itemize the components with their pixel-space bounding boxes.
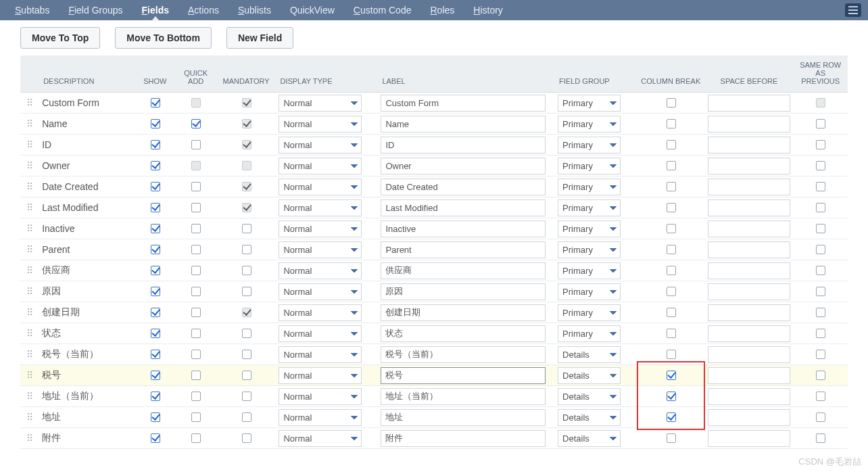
column-break-checkbox[interactable] — [667, 224, 676, 233]
display-type-select[interactable]: Normal — [279, 346, 362, 363]
table-row[interactable]: ⠿IDNormalPrimaryDetails — [20, 135, 848, 156]
space-before-input[interactable] — [708, 179, 791, 195]
field-group-select[interactable]: PrimaryDetails — [558, 409, 621, 426]
quick-add-checkbox[interactable] — [191, 182, 201, 191]
field-group-select[interactable]: PrimaryDetails — [558, 241, 621, 258]
field-group-select[interactable]: PrimaryDetails — [558, 346, 621, 363]
field-group-select[interactable]: PrimaryDetails — [558, 262, 621, 279]
field-group-select[interactable]: PrimaryDetails — [558, 304, 621, 321]
table-row[interactable]: ⠿原因NormalPrimaryDetails — [20, 281, 848, 302]
label-input[interactable] — [381, 409, 546, 426]
column-break-checkbox[interactable] — [667, 392, 676, 401]
space-before-input[interactable] — [708, 346, 791, 363]
table-row[interactable]: ⠿Date CreatedNormalPrimaryDetails — [20, 176, 848, 197]
tab-custom-code[interactable]: Custom Code — [344, 0, 421, 20]
space-before-input[interactable] — [708, 262, 791, 279]
display-type-select[interactable]: Normal — [279, 137, 362, 154]
show-checkbox[interactable] — [151, 392, 160, 401]
field-group-select[interactable]: PrimaryDetails — [558, 220, 621, 237]
field-group-select[interactable]: PrimaryDetails — [558, 95, 621, 112]
table-row[interactable]: ⠿Last ModifiedNormalPrimaryDetails — [20, 197, 848, 218]
label-input[interactable] — [381, 262, 546, 279]
show-checkbox[interactable] — [151, 329, 160, 338]
column-break-checkbox[interactable] — [667, 412, 676, 422]
column-break-checkbox[interactable] — [667, 308, 676, 317]
drag-handle-icon[interactable]: ⠿ — [20, 239, 39, 260]
column-break-checkbox[interactable] — [667, 287, 676, 296]
tab-roles[interactable]: Roles — [420, 0, 464, 20]
field-group-select[interactable]: PrimaryDetails — [558, 388, 621, 405]
display-type-select[interactable]: Normal — [279, 220, 362, 237]
show-checkbox[interactable] — [151, 287, 160, 296]
mandatory-checkbox[interactable] — [242, 433, 251, 443]
drag-handle-icon[interactable]: ⠿ — [20, 323, 39, 344]
same-row-checkbox[interactable] — [816, 287, 825, 296]
show-checkbox[interactable] — [151, 182, 160, 191]
tab-sublists[interactable]: Sublists — [228, 0, 281, 20]
show-checkbox[interactable] — [151, 266, 160, 275]
table-row[interactable]: ⠿地址（当前）NormalPrimaryDetails — [20, 386, 848, 407]
field-group-select[interactable]: PrimaryDetails — [558, 116, 621, 133]
column-break-checkbox[interactable] — [667, 161, 676, 170]
field-group-select[interactable]: PrimaryDetails — [558, 137, 621, 154]
display-type-select[interactable]: Normal — [279, 262, 362, 279]
space-before-input[interactable] — [708, 220, 791, 237]
column-break-checkbox[interactable] — [667, 433, 676, 443]
label-input[interactable] — [381, 179, 546, 195]
col-column-break[interactable]: COLUMN BREAK — [637, 55, 705, 93]
same-row-checkbox[interactable] — [816, 119, 825, 128]
display-type-select[interactable]: Normal — [279, 409, 362, 426]
column-break-checkbox[interactable] — [667, 329, 676, 338]
table-row[interactable]: ⠿地址NormalPrimaryDetails — [20, 407, 848, 428]
col-field-group[interactable]: FIELD GROUP — [555, 55, 623, 93]
col-show[interactable]: SHOW — [135, 55, 175, 93]
display-type-select[interactable]: Normal — [279, 95, 362, 112]
show-checkbox[interactable] — [151, 412, 160, 422]
same-row-checkbox[interactable] — [816, 224, 825, 233]
mandatory-checkbox[interactable] — [242, 287, 251, 296]
column-break-checkbox[interactable] — [667, 98, 676, 108]
col-mandatory[interactable]: MANDATORY — [216, 55, 276, 93]
table-row[interactable]: ⠿税号NormalPrimaryDetails — [20, 365, 848, 386]
label-input[interactable] — [381, 430, 546, 447]
drag-handle-icon[interactable]: ⠿ — [20, 407, 39, 428]
drag-handle-icon[interactable]: ⠿ — [20, 176, 39, 197]
same-row-checkbox[interactable] — [816, 182, 825, 191]
show-checkbox[interactable] — [151, 371, 160, 380]
drag-handle-icon[interactable]: ⠿ — [20, 365, 39, 386]
display-type-select[interactable]: Normal — [279, 241, 362, 258]
tab-quickview[interactable]: QuickView — [281, 0, 344, 20]
label-input[interactable] — [381, 137, 546, 154]
field-group-select[interactable]: PrimaryDetails — [558, 325, 621, 342]
display-type-select[interactable]: Normal — [279, 388, 362, 405]
show-checkbox[interactable] — [151, 350, 160, 359]
mandatory-checkbox[interactable] — [242, 224, 251, 233]
field-group-select[interactable]: PrimaryDetails — [558, 430, 621, 447]
column-break-checkbox[interactable] — [667, 140, 676, 149]
space-before-input[interactable] — [708, 116, 791, 133]
show-checkbox[interactable] — [151, 224, 160, 233]
space-before-input[interactable] — [708, 304, 791, 321]
drag-handle-icon[interactable]: ⠿ — [20, 93, 39, 114]
new-field-button[interactable]: New Field — [226, 27, 293, 49]
display-type-select[interactable]: Normal — [279, 158, 362, 174]
quick-add-checkbox[interactable] — [191, 266, 201, 275]
col-quick-add[interactable]: QUICK ADD — [175, 55, 216, 93]
column-break-checkbox[interactable] — [667, 203, 676, 212]
drag-handle-icon[interactable]: ⠿ — [20, 260, 39, 281]
quick-add-checkbox[interactable] — [191, 203, 201, 212]
col-display-type[interactable]: DISPLAY TYPE — [276, 55, 364, 93]
show-checkbox[interactable] — [151, 98, 160, 108]
table-row[interactable]: ⠿OwnerNormalPrimaryDetails — [20, 156, 848, 176]
tab-fields[interactable]: Fields — [132, 0, 178, 20]
label-input[interactable] — [381, 388, 546, 405]
column-break-checkbox[interactable] — [667, 245, 676, 254]
column-break-checkbox[interactable] — [667, 350, 676, 359]
mandatory-checkbox[interactable] — [242, 350, 251, 359]
col-description[interactable]: DESCRIPTION — [39, 55, 135, 93]
show-checkbox[interactable] — [151, 433, 160, 443]
field-group-select[interactable]: PrimaryDetails — [558, 283, 621, 300]
space-before-input[interactable] — [708, 95, 791, 112]
column-break-checkbox[interactable] — [667, 119, 676, 128]
same-row-checkbox[interactable] — [816, 266, 825, 275]
